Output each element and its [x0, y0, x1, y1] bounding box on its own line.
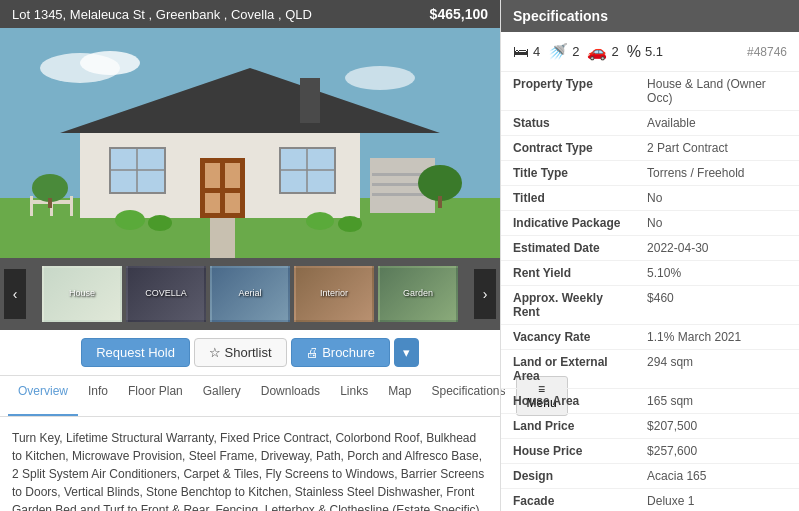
spec-label: Title Type	[501, 161, 635, 186]
specs-row: Approx. Weekly Rent$460	[501, 286, 799, 325]
main-image-container	[0, 28, 500, 258]
thumbnail-3[interactable]: Aerial	[210, 266, 290, 322]
svg-rect-7	[300, 78, 320, 123]
spec-value: House & Land (Owner Occ)	[635, 72, 799, 111]
tab-info[interactable]: Info	[78, 376, 118, 416]
specs-row: House Area165 sqm	[501, 389, 799, 414]
spec-value: 2 Part Contract	[635, 136, 799, 161]
thumbnails-container: House COVELLA Aerial Interior Garden	[26, 266, 474, 322]
tab-downloads[interactable]: Downloads	[251, 376, 330, 416]
shortlist-button[interactable]: ☆ Shortlist	[194, 338, 287, 367]
star-icon: ☆	[209, 345, 221, 360]
property-price: $465,100	[430, 6, 488, 22]
spec-value: Torrens / Freehold	[635, 161, 799, 186]
property-id: #48746	[747, 45, 787, 59]
brochure-dropdown-button[interactable]: ▾	[394, 338, 419, 367]
svg-point-34	[306, 212, 334, 230]
spec-value: 294 sqm	[635, 350, 799, 389]
spec-label: Vacancy Rate	[501, 325, 635, 350]
spec-label: Approx. Weekly Rent	[501, 286, 635, 325]
car-icon: 🚗	[587, 42, 607, 61]
property-address: Lot 1345, Melaleuca St , Greenbank , Cov…	[12, 7, 312, 22]
specs-header: Specifications	[501, 0, 799, 32]
specs-row: Rent Yield5.10%	[501, 261, 799, 286]
tab-map[interactable]: Map	[378, 376, 421, 416]
spec-value: $257,600	[635, 439, 799, 464]
spec-value: $207,500	[635, 414, 799, 439]
brochure-label: Brochure	[322, 345, 375, 360]
tab-floor-plan[interactable]: Floor Plan	[118, 376, 193, 416]
spec-label: Rent Yield	[501, 261, 635, 286]
bed-spec: 🛏 4	[513, 43, 540, 61]
svg-rect-9	[205, 163, 220, 188]
right-panel: Specifications 🛏 4 🚿 2 🚗 2 % 5.1 #48746 …	[500, 0, 799, 511]
specs-row: Property TypeHouse & Land (Owner Occ)	[501, 72, 799, 111]
svg-point-33	[148, 215, 172, 231]
action-buttons-row: Request Hold ☆ Shortlist 🖨 Brochure ▾	[0, 330, 500, 376]
svg-rect-29	[48, 198, 52, 208]
brochure-button[interactable]: 🖨 Brochure	[291, 338, 390, 367]
thumbnail-4[interactable]: Interior	[294, 266, 374, 322]
thumbnail-1[interactable]: House	[42, 266, 122, 322]
specs-row: Indicative PackageNo	[501, 211, 799, 236]
svg-rect-23	[210, 218, 235, 258]
thumb-next-button[interactable]: ›	[474, 269, 496, 319]
svg-rect-12	[225, 193, 240, 213]
bath-count: 2	[572, 44, 579, 59]
svg-rect-10	[225, 163, 240, 188]
bath-spec: 🚿 2	[548, 42, 579, 61]
specs-row: House Price$257,600	[501, 439, 799, 464]
shortlist-label: Shortlist	[225, 345, 272, 360]
percent-icon: %	[627, 43, 641, 61]
specs-row: Land or External Area294 sqm	[501, 350, 799, 389]
spec-label: Property Type	[501, 72, 635, 111]
specs-row: StatusAvailable	[501, 111, 799, 136]
request-hold-button[interactable]: Request Hold	[81, 338, 190, 367]
spec-value: No	[635, 211, 799, 236]
nav-tabs-row: Overview Info Floor Plan Gallery Downloa…	[0, 376, 500, 417]
spec-value: Deluxe 1	[635, 489, 799, 512]
tab-gallery[interactable]: Gallery	[193, 376, 251, 416]
specs-icons-row: 🛏 4 🚿 2 🚗 2 % 5.1 #48746	[501, 32, 799, 72]
page-wrapper: Lot 1345, Melaleuca St , Greenbank , Cov…	[0, 0, 799, 511]
svg-rect-31	[438, 196, 442, 208]
yield-spec: % 5.1	[627, 43, 663, 61]
spec-label: Design	[501, 464, 635, 489]
spec-value: No	[635, 186, 799, 211]
specs-table: Property TypeHouse & Land (Owner Occ)Sta…	[501, 72, 799, 511]
property-description: Turn Key, Lifetime Structural Warranty, …	[0, 417, 500, 511]
spec-label: House Price	[501, 439, 635, 464]
print-icon: 🖨	[306, 345, 319, 360]
thumb-3-label: Aerial	[212, 268, 288, 298]
thumb-prev-button[interactable]: ‹	[4, 269, 26, 319]
svg-rect-11	[205, 193, 220, 213]
svg-point-2	[80, 51, 140, 75]
specs-row: Estimated Date2022-04-30	[501, 236, 799, 261]
spec-value: Acacia 165	[635, 464, 799, 489]
thumbnail-5[interactable]: Garden	[378, 266, 458, 322]
thumb-4-label: Interior	[296, 268, 372, 298]
specs-row: Vacancy Rate1.1% March 2021	[501, 325, 799, 350]
svg-point-28	[32, 174, 68, 202]
specs-row: DesignAcacia 165	[501, 464, 799, 489]
svg-point-32	[115, 210, 145, 230]
spec-value: 5.10%	[635, 261, 799, 286]
spec-value: Available	[635, 111, 799, 136]
description-text: Turn Key, Lifetime Structural Warranty, …	[12, 429, 488, 511]
tab-overview[interactable]: Overview	[8, 376, 78, 416]
house-image	[0, 28, 500, 258]
spec-label: Contract Type	[501, 136, 635, 161]
thumbnail-2[interactable]: COVELLA	[126, 266, 206, 322]
svg-point-3	[345, 66, 415, 90]
yield-value: 5.1	[645, 44, 663, 59]
spec-value: 2022-04-30	[635, 236, 799, 261]
car-spec: 🚗 2	[587, 42, 618, 61]
spec-value: 165 sqm	[635, 389, 799, 414]
svg-point-30	[418, 165, 462, 201]
tab-links[interactable]: Links	[330, 376, 378, 416]
svg-point-35	[338, 216, 362, 232]
spec-label: Indicative Package	[501, 211, 635, 236]
thumb-2-label: COVELLA	[128, 268, 204, 298]
chevron-down-icon: ▾	[403, 345, 410, 360]
car-count: 2	[611, 44, 618, 59]
